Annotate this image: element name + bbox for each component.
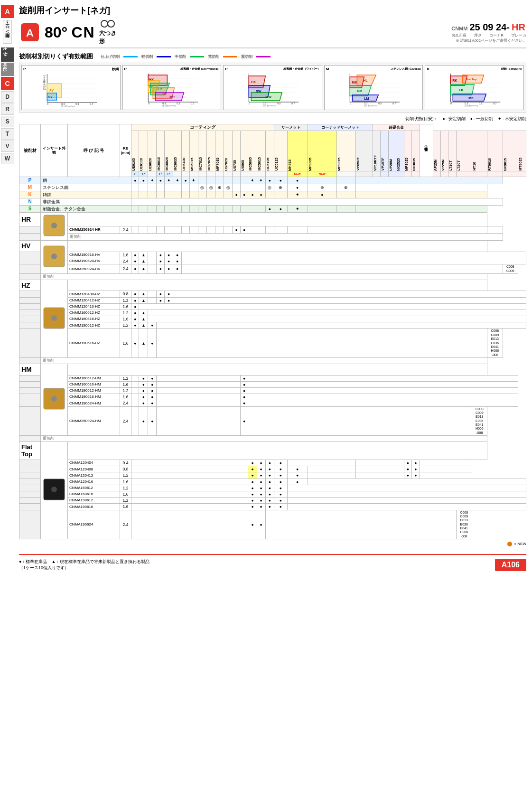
svg-text:送り量(mm/rev): 送り量(mm/rev) (465, 104, 479, 107)
th-insert-view: インサート外観 (41, 124, 68, 177)
svg-text:0.5: 0.5 (479, 102, 483, 105)
th-vp10rtf: VP10RTF (373, 131, 380, 171)
row-hz-120408: CNMM120408-HZ 0.8 ●▲ ●● (19, 291, 526, 297)
insert-flattop-image (41, 441, 68, 539)
svg-text:LK: LK (459, 88, 464, 92)
svg-text:0: 0 (350, 102, 351, 105)
row-hz-160616: CNMM160616-HZ 1.6 ●▲ (19, 316, 526, 322)
svg-text:MW: MW (265, 95, 271, 99)
row-ft-190612: CNMA190612 1.2 ●●●● (19, 498, 526, 504)
svg-point-103 (51, 315, 57, 321)
cn-label: CN (71, 24, 95, 41)
svg-text:RK: RK (453, 79, 457, 82)
row-ft-190624: CNMA190624 2.4 ●● C008 C009 E013 E036 E0… (19, 510, 526, 539)
sidebar-item-w[interactable]: W (1, 153, 14, 164)
th-ms6015: MS6015 (189, 131, 198, 171)
th-mt9015: MT9015 (518, 131, 526, 171)
sidebar-item-s[interactable]: S (1, 116, 14, 127)
material-p-col: P (131, 171, 139, 177)
svg-point-99 (51, 223, 57, 228)
th-vp05rt: VP05RT (355, 131, 373, 171)
row-hr-cnmm250924: CNMM250924-HR 2.4 ●● — (19, 226, 526, 234)
sidebar-item-r[interactable]: R (1, 103, 14, 115)
row-hz-160612: CNMM160612-HZ 1.2 ●▲ (19, 310, 526, 316)
th-uh6400: UH6400 (182, 131, 189, 171)
th-ap25n: AP25N (433, 131, 440, 171)
svg-text:0.7: 0.7 (90, 103, 93, 105)
svg-text:MK: MK (469, 96, 474, 100)
row-hv-heavy-label: 重切削 (19, 273, 526, 280)
svg-text:0.7: 0.7 (392, 102, 396, 105)
material-k-label: 鋳鉄 (41, 191, 131, 198)
sidebar-item-a[interactable]: A (1, 5, 14, 18)
cell-hr-re: 2.4 (120, 226, 131, 234)
row-hz-120416: CNMM120416-HZ 1.6 ● (19, 303, 526, 310)
sidebar-item-t[interactable]: T (1, 128, 14, 140)
main-data-table: 被削材 インサート外観 呼 び 記 号 RE(mm) コーティング サーメット … (19, 124, 526, 539)
svg-text:FY: FY (49, 89, 54, 92)
material-cell-s: S (19, 206, 41, 213)
svg-text:LM: LM (364, 97, 369, 100)
svg-text:0: 0 (249, 102, 250, 105)
svg-text:送り量(mm/rev): 送り量(mm/rev) (263, 104, 277, 107)
th-coating-group: コーティング (131, 124, 274, 131)
svg-point-107 (51, 487, 57, 492)
th-mc6015: MC6015 (157, 131, 164, 171)
th-mc7015: MC7015 (198, 131, 206, 171)
page-title: 旋削用インサート[ネガ] (19, 5, 526, 16)
th-lt10t: LT10T (448, 131, 456, 171)
sidebar-item-d[interactable]: D (1, 91, 14, 103)
sidebar-label-turning: 旋削用インサート (3, 20, 12, 44)
th-ue6020: UE6020 (148, 131, 157, 171)
row-ft-120416: CNMA120416 1.6 ●●●●● (19, 479, 526, 485)
svg-text:0.7: 0.7 (291, 102, 295, 105)
th-coated-cermet-group: コーテッドサーメット (308, 124, 373, 131)
th-mc5015: MC5015 (257, 131, 265, 171)
sidebar-item-anatuki[interactable]: 穴つき (1, 63, 14, 76)
svg-text:MM: MM (352, 81, 357, 84)
th-ue6105: UE6105 (131, 131, 139, 171)
svg-text:SY: SY (48, 95, 53, 99)
angle-label: 80° (45, 24, 67, 41)
hr-heavy-label: 重切削 (68, 234, 503, 241)
th-mc6035: MC6035 (173, 131, 182, 171)
th-mp3025: MP3025 (404, 131, 411, 171)
material-cell-p: P (19, 177, 41, 184)
chart-k-cast: K鋳鉄 (≦350MPa) RK Flat Top (425, 65, 524, 110)
row-hm-190624: CNMM190624-HM 2.4 ●● ● (19, 400, 526, 406)
svg-text:0.7: 0.7 (494, 102, 497, 105)
hole-icon (101, 19, 115, 29)
svg-text:0.7: 0.7 (191, 102, 194, 105)
footer-note1: ●：標準在庫品 ▲：現在標準在庫品で将来新製品と置き換わる製品 (19, 559, 149, 565)
material-n-label: 非鉄金属 (41, 198, 131, 206)
charts-row: P軟鋼 切込み量(mm) FY (19, 63, 526, 113)
th-nx9015: NX9015 (503, 131, 518, 171)
row-ft-120408: CNMA120408 0.8 ●●●●● ●● (19, 466, 526, 472)
th-code: 呼 び 記 号 (68, 124, 120, 177)
svg-text:0.5: 0.5 (177, 102, 180, 105)
footer: ●：標準在庫品 ▲：現在標準在庫品で将来新製品と置き換わる製品 （1ケース10個… (19, 554, 526, 571)
row-ft-190616: CNMA190616 1.6 ●●●● (19, 504, 526, 510)
svg-text:HX: HX (251, 80, 256, 84)
sidebar-item-v[interactable]: V (1, 141, 14, 152)
sidebar-item-c[interactable]: C (1, 77, 14, 90)
material-cell-n: N (19, 198, 41, 206)
product-code-label: CNMM (451, 26, 467, 31)
sidebar-item-nega[interactable]: ネガ (1, 47, 14, 62)
cell-hr-name: CNMM250924-HR (68, 226, 120, 234)
section-hr-name: HR (19, 213, 41, 226)
svg-text:RM: RM (357, 89, 362, 93)
product-code-block: CNMM 25 09 24- HR 切れ刃長 厚さ コーナR ブレーカ ※ 詳細… (451, 22, 526, 43)
section-flattop-name: Flat Top (19, 441, 41, 460)
svg-text:MP: MP (169, 95, 175, 99)
material-row-n: N 非鉄金属 (19, 198, 526, 206)
product-note: ※ 詳細はA002ページをご参照ください。 (451, 38, 526, 43)
hv-heavy-label: 重切削 (41, 273, 487, 280)
svg-text:0: 0 (47, 103, 48, 105)
material-row-s: S 耐熱合金、チタン合金 ● ●✦ (19, 206, 526, 213)
th-cermet-group: サーメット (274, 124, 308, 131)
th-mh515: MH515 (287, 131, 308, 171)
svg-text:送り量(mm/rev): 送り量(mm/rev) (61, 105, 75, 107)
brand-logo-icon: A (19, 21, 41, 43)
material-row-k: K 鋳鉄 ●●●● ✦ ● (19, 191, 526, 198)
